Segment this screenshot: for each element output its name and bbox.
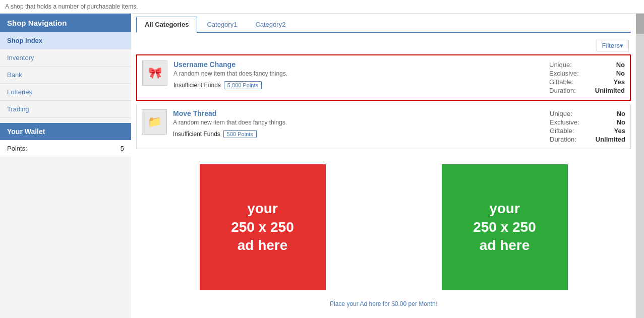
page-wrapper: A shop that holds a number of purchasabl… <box>0 0 644 318</box>
item-details: Move Thread A random new item that does … <box>173 109 545 138</box>
content-area: All Categories Category1 Category2 Filte… <box>131 14 636 318</box>
meta-duration-label: Duration: <box>550 136 576 143</box>
scrollbar-track[interactable] <box>636 14 644 318</box>
page-subtitle: A shop that holds a number of purchasabl… <box>0 0 644 14</box>
wallet-header: Your Wallet <box>0 123 131 140</box>
meta-unique-value: No <box>616 61 625 69</box>
filters-row: Filters▾ <box>136 37 631 54</box>
meta-giftable-row: Giftable: Yes <box>549 78 625 86</box>
ad-box-green[interactable]: your250 x 250ad here <box>442 164 568 290</box>
sidebar-nav-header: Shop Navigation <box>0 14 131 32</box>
meta-exclusive-value: No <box>617 118 625 126</box>
meta-exclusive-row: Exclusive: No <box>549 69 625 78</box>
item-meta: Unique: No Exclusive: No Giftable: Yes D… <box>544 60 625 95</box>
sidebar-item-bank[interactable]: Bank <box>0 67 131 84</box>
meta-unique-label: Unique: <box>550 110 572 117</box>
tabs-bar: All Categories Category1 Category2 <box>136 14 631 33</box>
meta-duration-value: Unlimited <box>596 136 625 143</box>
sidebar-item-shop-index[interactable]: Shop Index <box>0 32 131 49</box>
item-name[interactable]: Move Thread <box>173 109 216 117</box>
item-name[interactable]: Username Change <box>173 60 236 69</box>
filters-button[interactable]: Filters▾ <box>597 40 629 51</box>
item-card: 🎀 Username Change A random new item that… <box>136 54 631 101</box>
meta-duration-label: Duration: <box>549 87 576 94</box>
meta-unique-row: Unique: No <box>549 60 625 69</box>
ad-footer: Place your Ad here for $0.00 per Month! <box>136 300 631 307</box>
meta-giftable-row: Giftable: Yes <box>550 126 625 135</box>
meta-unique-label: Unique: <box>549 61 572 69</box>
meta-exclusive-label: Exclusive: <box>549 70 579 77</box>
meta-exclusive-label: Exclusive: <box>550 118 579 126</box>
points-badge[interactable]: 5,000 Points <box>224 81 262 89</box>
item-icon: 🎀 <box>142 60 167 86</box>
meta-giftable-value: Yes <box>614 78 625 86</box>
meta-unique-row: Unique: No <box>550 109 625 118</box>
meta-duration-row: Duration: Unlimited <box>549 86 625 95</box>
tab-all-categories[interactable]: All Categories <box>136 17 197 33</box>
meta-giftable-label: Giftable: <box>550 127 574 135</box>
main-content: Shop Navigation Shop Index Inventory Ban… <box>0 14 644 318</box>
item-details: Username Change A random new item that d… <box>173 60 544 89</box>
sidebar-item-inventory[interactable]: Inventory <box>0 49 131 67</box>
sidebar-item-trading[interactable]: Trading <box>0 101 131 118</box>
meta-exclusive-row: Exclusive: No <box>550 118 625 126</box>
tab-category2[interactable]: Category2 <box>247 17 294 32</box>
scrollbar-thumb[interactable] <box>636 14 644 34</box>
item-meta: Unique: No Exclusive: No Giftable: Yes D… <box>545 109 625 144</box>
meta-duration-value: Unlimited <box>595 87 625 94</box>
item-description: A random new item that does fancy things… <box>173 70 544 77</box>
meta-duration-row: Duration: Unlimited <box>550 135 625 144</box>
insufficient-funds-label: Insufficient Funds <box>173 82 221 89</box>
item-price-area: Insufficient Funds 500 Points <box>173 130 545 138</box>
meta-exclusive-value: No <box>616 70 625 77</box>
meta-giftable-label: Giftable: <box>549 78 573 86</box>
ad-box-red[interactable]: your250 x 250ad here <box>200 164 326 290</box>
wallet-points-label: Points: <box>7 145 27 152</box>
item-icon: 📁 <box>142 109 167 135</box>
wallet-points-row: Points: 5 <box>0 140 131 157</box>
item-price-area: Insufficient Funds 5,000 Points <box>173 81 544 89</box>
meta-giftable-value: Yes <box>614 127 625 135</box>
ad-area: your250 x 250ad here your250 x 250ad her… <box>136 159 631 295</box>
wallet-points-value: 5 <box>121 145 124 152</box>
points-badge[interactable]: 500 Points <box>223 130 257 138</box>
item-card: 📁 Move Thread A random new item that doe… <box>136 104 631 149</box>
insufficient-funds-label: Insufficient Funds <box>173 131 220 138</box>
sidebar-item-lotteries[interactable]: Lotteries <box>0 84 131 101</box>
meta-unique-value: No <box>617 110 625 117</box>
tab-category1[interactable]: Category1 <box>198 17 246 32</box>
sidebar: Shop Navigation Shop Index Inventory Ban… <box>0 14 131 318</box>
item-description: A random new item that does fancy things… <box>173 119 545 126</box>
